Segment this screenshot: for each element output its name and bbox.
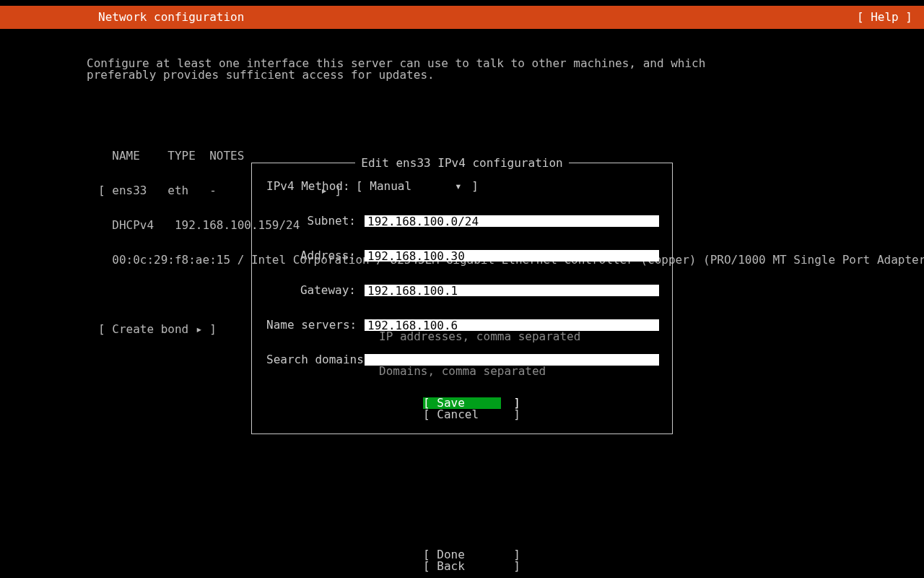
- footer: Done Back: [0, 549, 924, 572]
- ipv4-config-dialog: Edit ens33 IPv4 configuration IPv4 Metho…: [251, 163, 673, 434]
- ipv4-method-label: IPv4 Method:: [266, 181, 356, 192]
- searchdomains-hint: Domains, comma separated: [379, 366, 672, 377]
- ipv4-method-value: Manual: [370, 181, 414, 192]
- iface-name: ens33: [112, 184, 147, 197]
- back-button[interactable]: Back: [423, 561, 501, 572]
- col-type: TYPE: [167, 149, 196, 163]
- searchdomains-label: Search domains:: [266, 354, 356, 366]
- address-input[interactable]: [365, 250, 659, 262]
- back-label: Back: [437, 559, 465, 573]
- subnet-input[interactable]: [365, 215, 659, 227]
- gateway-row: Gateway:: [252, 285, 672, 296]
- ipv4-method-select[interactable]: [ Manual▾ ]: [356, 181, 479, 192]
- cancel-button[interactable]: Cancel: [423, 409, 501, 420]
- help-button[interactable]: Help: [857, 12, 912, 23]
- instructions-text: Configure at least one interface this se…: [0, 58, 765, 81]
- address-row: Address:: [252, 250, 672, 262]
- iface-type: eth: [167, 184, 188, 197]
- gateway-label: Gateway:: [266, 285, 356, 296]
- cancel-label: Cancel: [437, 407, 479, 421]
- nameservers-hint: IP addresses, comma separated: [379, 331, 672, 342]
- header-bar: Network configuration Help: [0, 6, 924, 29]
- create-bond-label: Create bond: [112, 322, 188, 336]
- dialog-title-wrap: Edit ens33 IPv4 configuration: [252, 158, 672, 169]
- searchdomains-row: Search domains: Domains, comma separated: [252, 354, 672, 377]
- ipv4-method-row: IPv4 Method: [ Manual▾ ]: [252, 181, 672, 192]
- cancel-row: Cancel: [252, 409, 672, 420]
- address-label: Address:: [266, 250, 356, 262]
- chevron-down-icon: ▾: [455, 181, 462, 192]
- subnet-label: Subnet:: [266, 215, 356, 227]
- chevron-right-icon: ▸: [196, 322, 203, 336]
- nameservers-row: Name servers: IP addresses, comma separa…: [252, 319, 672, 342]
- col-name: NAME: [112, 149, 140, 163]
- dhcp-label: DHCPv4: [112, 218, 154, 232]
- subnet-row: Subnet:: [252, 215, 672, 227]
- nameservers-label: Name servers:: [266, 319, 356, 331]
- col-notes: NOTES: [209, 149, 244, 163]
- iface-notes: -: [209, 184, 217, 197]
- dialog-title: Edit ens33 IPv4 configuration: [355, 156, 568, 170]
- page-title: Network configuration: [98, 12, 244, 23]
- gateway-input[interactable]: [365, 285, 659, 296]
